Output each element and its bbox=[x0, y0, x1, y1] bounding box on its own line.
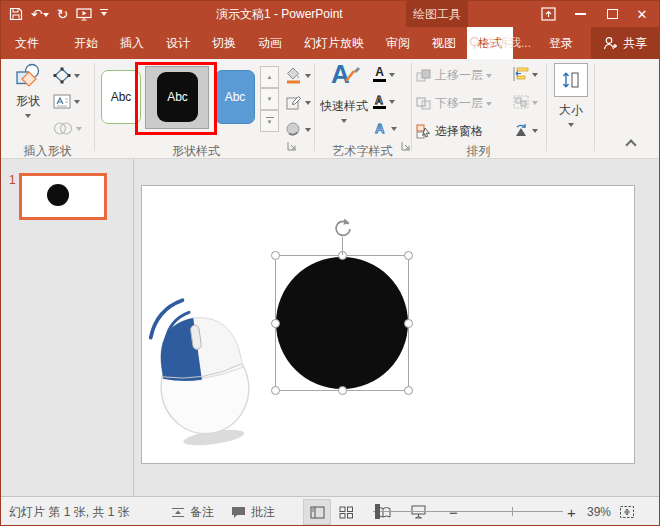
tell-me-button[interactable]: 告诉我... bbox=[460, 35, 539, 52]
ribbon-display-options-button[interactable] bbox=[533, 1, 563, 27]
selection-pane-icon bbox=[416, 124, 432, 139]
group-label-wordart: 艺术字样式 bbox=[314, 143, 411, 157]
shape-style-blue[interactable]: Abc bbox=[215, 70, 255, 124]
fit-to-window-button[interactable] bbox=[619, 497, 635, 526]
group-objects-caret bbox=[532, 101, 538, 108]
gallery-down-icon: ▼ bbox=[267, 96, 273, 102]
undo-button[interactable]: ↶ bbox=[27, 3, 53, 25]
comments-icon bbox=[231, 506, 246, 519]
resize-handle-se[interactable] bbox=[404, 386, 413, 395]
fit-to-window-icon bbox=[619, 505, 635, 519]
drawing-tools-context-tab[interactable]: 绘图工具 bbox=[406, 1, 468, 27]
notes-button[interactable]: 备注 bbox=[171, 497, 214, 526]
tab-design[interactable]: 设计 bbox=[155, 27, 201, 59]
quick-styles-caret bbox=[341, 119, 347, 126]
collapse-ribbon-button[interactable] bbox=[627, 141, 635, 149]
size-label: 大小 bbox=[559, 102, 583, 119]
tab-transitions[interactable]: 切换 bbox=[201, 27, 247, 59]
shape-effects-icon bbox=[285, 121, 302, 138]
sign-in-button[interactable]: 登录 bbox=[539, 35, 583, 52]
send-backward-button[interactable]: 下移一层 bbox=[416, 95, 492, 112]
text-fill-button[interactable]: A bbox=[373, 67, 395, 82]
zoom-in-button[interactable]: + bbox=[567, 497, 576, 526]
send-backward-label: 下移一层 bbox=[435, 95, 483, 112]
gallery-up-button[interactable]: ▲ bbox=[260, 66, 279, 88]
bring-forward-label: 上移一层 bbox=[435, 67, 483, 84]
save-icon bbox=[9, 7, 23, 21]
text-fill-caret bbox=[389, 73, 395, 80]
slide-sorter-view-button[interactable] bbox=[339, 497, 354, 526]
group-objects-button[interactable] bbox=[513, 95, 538, 109]
zoom-slider-thumb[interactable] bbox=[375, 504, 380, 519]
redo-button[interactable]: ↻ bbox=[53, 3, 73, 25]
collapse-ribbon-icon bbox=[625, 139, 636, 150]
quick-styles-button[interactable]: A 快速样式 bbox=[319, 63, 369, 126]
title-bar: ↶ ↻ 演示文稿1 - PowerPoint 绘图工具 bbox=[1, 1, 659, 27]
rotate-handle-stem bbox=[342, 237, 343, 255]
quick-styles-label: 快速样式 bbox=[320, 98, 368, 115]
close-button[interactable]: ✕ bbox=[627, 1, 657, 27]
gallery-more-button[interactable]: ▼ bbox=[260, 110, 279, 132]
group-objects-icon bbox=[513, 95, 529, 109]
size-button[interactable]: 大小 bbox=[552, 63, 590, 130]
size-caret bbox=[568, 123, 574, 130]
slide-thumbnail-selected[interactable] bbox=[19, 173, 107, 220]
selection-pane-button[interactable]: 选择窗格 bbox=[416, 123, 483, 140]
normal-view-icon bbox=[310, 506, 325, 519]
qat-customize-button[interactable] bbox=[96, 3, 112, 25]
normal-view-button[interactable] bbox=[303, 499, 331, 525]
resize-handle-ne[interactable] bbox=[404, 251, 413, 260]
tab-slideshow[interactable]: 幻灯片放映 bbox=[293, 27, 375, 59]
maximize-button[interactable] bbox=[597, 1, 627, 27]
shape-effects-button[interactable] bbox=[285, 121, 311, 138]
resize-handle-sw[interactable] bbox=[271, 386, 280, 395]
merge-shapes-button[interactable] bbox=[53, 121, 82, 136]
shape-outline-caret bbox=[305, 101, 311, 108]
zoom-slider-track[interactable] bbox=[373, 511, 563, 512]
share-button[interactable]: 共享 bbox=[591, 27, 659, 59]
maximize-icon bbox=[607, 9, 618, 19]
resize-handle-nw[interactable] bbox=[271, 251, 280, 260]
minimize-button[interactable] bbox=[565, 1, 595, 27]
annotation-red-box bbox=[135, 62, 217, 135]
text-effects-button[interactable]: A bbox=[373, 121, 397, 135]
shapes-button[interactable]: 形状 bbox=[9, 63, 47, 121]
shape-fill-button[interactable] bbox=[285, 67, 311, 84]
save-button[interactable] bbox=[5, 3, 27, 25]
comments-button[interactable]: 批注 bbox=[231, 497, 275, 526]
rotate-button[interactable] bbox=[513, 123, 538, 137]
shapes-label: 形状 bbox=[16, 93, 40, 110]
gallery-more-icon: ▼ bbox=[267, 119, 273, 125]
text-outline-button[interactable]: A bbox=[373, 94, 395, 109]
rotate-handle[interactable] bbox=[332, 217, 353, 238]
edit-shape-caret bbox=[74, 74, 80, 81]
ribbon-display-options-icon bbox=[541, 7, 556, 21]
size-icon bbox=[554, 63, 588, 97]
bring-forward-caret bbox=[486, 74, 492, 81]
group-label-insert-shapes: 插入形状 bbox=[1, 143, 94, 157]
ribbon-format-panel: 形状 插入形状 bbox=[1, 59, 659, 159]
zoom-level[interactable]: 39% bbox=[587, 497, 611, 526]
text-box-button[interactable] bbox=[53, 94, 80, 109]
start-slideshow-button[interactable] bbox=[72, 3, 96, 25]
bring-forward-button[interactable]: 上移一层 bbox=[416, 67, 492, 84]
text-outline-caret bbox=[389, 100, 395, 107]
close-icon: ✕ bbox=[637, 7, 648, 22]
comments-label: 批注 bbox=[251, 504, 275, 521]
edit-shape-button[interactable] bbox=[53, 67, 80, 84]
shape-outline-button[interactable] bbox=[285, 94, 311, 111]
lightbulb-icon bbox=[468, 36, 481, 51]
tab-home[interactable]: 开始 bbox=[63, 27, 109, 59]
tab-insert[interactable]: 插入 bbox=[109, 27, 155, 59]
tab-animations[interactable]: 动画 bbox=[247, 27, 293, 59]
undo-dropdown-caret bbox=[43, 13, 49, 20]
text-fill-icon: A bbox=[373, 67, 386, 82]
gallery-down-button[interactable]: ▼ bbox=[260, 88, 279, 110]
resize-handle-w[interactable] bbox=[271, 319, 280, 328]
resize-handle-e[interactable] bbox=[404, 319, 413, 328]
tab-review[interactable]: 审阅 bbox=[375, 27, 421, 59]
tab-file[interactable]: 文件 bbox=[1, 27, 53, 59]
align-button[interactable] bbox=[513, 67, 538, 81]
resize-handle-s[interactable] bbox=[338, 386, 347, 395]
text-box-caret bbox=[74, 100, 80, 107]
